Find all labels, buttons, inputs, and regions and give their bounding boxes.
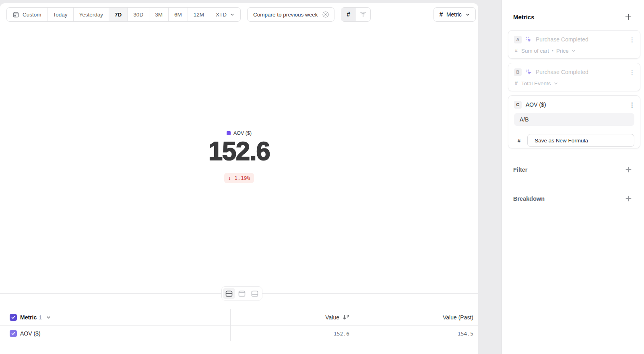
calendar-icon: [12, 11, 19, 18]
card-divider: [514, 131, 634, 131]
kebab-menu-icon[interactable]: ⋮: [629, 69, 635, 75]
metric-badge-c: C: [514, 101, 522, 109]
date-range-xtd-button[interactable]: XTD: [210, 8, 240, 21]
hash-icon: #: [515, 48, 518, 54]
chevron-down-icon: [553, 81, 558, 86]
metric-button-label: Metric: [446, 11, 462, 18]
metric-card-title: Purchase Completed: [536, 36, 588, 43]
delta-badge: ↓ 1.19%: [224, 173, 254, 183]
add-breakdown-icon[interactable]: [625, 195, 632, 202]
value-column-header[interactable]: Value: [253, 309, 349, 325]
metric-column-header[interactable]: Metric 1: [20, 309, 51, 325]
row-checkbox[interactable]: [10, 330, 17, 337]
check-icon: [11, 315, 16, 320]
toolbar: Custom Today Yesterday 7D 30D 3M 6M 12M …: [6, 7, 476, 22]
row-value-past-cell: 154.5: [377, 326, 473, 341]
legend-swatch: [227, 131, 231, 135]
absolute-number-toggle-button[interactable]: #: [341, 8, 356, 21]
add-metric-icon[interactable]: [625, 13, 632, 21]
hash-icon: #: [518, 138, 520, 144]
value-past-column-header[interactable]: Value (Past): [377, 309, 473, 325]
metric-header-index: 1: [39, 314, 42, 321]
metric-card-b[interactable]: B Purchase Completed ⋮ # Total Events: [508, 63, 640, 91]
date-range-3m-button[interactable]: 3M: [149, 8, 169, 21]
metric-badge-a: A: [514, 36, 522, 43]
kebab-menu-icon[interactable]: ⋮: [629, 37, 635, 43]
row-value-cell: 152.6: [253, 326, 349, 341]
hash-icon: #: [515, 80, 518, 86]
date-range-label: Custom: [23, 12, 41, 18]
chevron-down-icon: [46, 315, 51, 320]
remove-compare-icon[interactable]: [322, 11, 329, 18]
select-all-checkbox[interactable]: [10, 314, 17, 321]
date-range-6m-button[interactable]: 6M: [169, 8, 188, 21]
date-range-yesterday-button[interactable]: Yesterday: [74, 8, 109, 21]
big-number-block: AOV ($) 152.6 ↓ 1.19%: [0, 130, 478, 183]
query-builder-sidebar: Metrics A Purchase Completed ⋮ # Sum of …: [502, 0, 644, 354]
event-icon: [526, 69, 532, 75]
kebab-menu-icon[interactable]: ⋮: [629, 102, 635, 108]
table-only-view-button[interactable]: [249, 288, 261, 299]
save-as-new-formula-button[interactable]: Save as New Formula: [527, 134, 634, 147]
compare-chip-label: Compare to previous week: [253, 12, 318, 18]
check-icon: [11, 331, 16, 336]
metric-dropdown-button[interactable]: # Metric: [433, 7, 476, 22]
chevron-down-icon: [571, 48, 576, 53]
table-header-row: Metric 1 Value Value (Past): [0, 309, 478, 326]
metric-badge-b: B: [514, 68, 522, 76]
legend-label: AOV ($): [233, 130, 252, 136]
date-range-12m-button[interactable]: 12M: [188, 8, 210, 21]
date-range-custom-button[interactable]: Custom: [7, 8, 47, 21]
breakdown-title: Breakdown: [513, 196, 545, 202]
date-range-today-button[interactable]: Today: [47, 8, 74, 21]
split-view-icon: [225, 290, 233, 297]
metric-header-label: Metric: [20, 314, 37, 321]
filter-title: Filter: [513, 167, 527, 173]
value-display-toggle: #: [341, 7, 371, 22]
aggregation-selector[interactable]: Sum of cart ‣ Price: [521, 48, 576, 54]
table-only-view-icon: [251, 290, 259, 297]
date-range-30d-button[interactable]: 30D: [128, 8, 149, 21]
metric-card-a[interactable]: A Purchase Completed ⋮ # Sum of cart ‣ P…: [508, 30, 640, 59]
compare-chip[interactable]: Compare to previous week: [247, 7, 334, 22]
hash-icon: #: [347, 11, 350, 18]
filter-section-header: Filter: [513, 166, 632, 173]
date-range-7d-button[interactable]: 7D: [109, 8, 128, 21]
metric-value: 152.6: [0, 138, 478, 164]
add-filter-icon[interactable]: [625, 166, 632, 173]
sort-descending-icon: [342, 314, 349, 321]
layout-toggle-group: [221, 286, 262, 300]
metric-card-title: Purchase Completed: [536, 69, 588, 75]
legend: AOV ($): [0, 130, 478, 136]
uplift-arrow-icon: [359, 11, 367, 18]
hash-icon: #: [439, 11, 442, 18]
chevron-down-icon: [465, 12, 470, 17]
date-range-group: Custom Today Yesterday 7D 30D 3M 6M 12M …: [6, 7, 241, 22]
table-column-divider: [230, 309, 231, 341]
chart-only-view-icon: [238, 290, 246, 297]
table-row[interactable]: AOV ($) 152.6 154.5: [0, 326, 478, 341]
metrics-title: Metrics: [513, 14, 535, 21]
aggregation-selector[interactable]: Total Events: [521, 80, 558, 86]
breadcrumb-separator: ‣: [551, 49, 554, 53]
chart-only-view-button[interactable]: [236, 288, 248, 299]
formula-card-c[interactable]: C AOV ($) ⋮ A/B # Save as New Formula: [508, 95, 640, 148]
metrics-section-header: Metrics: [513, 13, 632, 21]
chevron-down-icon: [230, 12, 235, 17]
split-view-button[interactable]: [223, 288, 235, 299]
breakdown-section-header: Breakdown: [513, 195, 632, 202]
formula-input[interactable]: A/B: [514, 113, 634, 126]
uplift-toggle-button[interactable]: [356, 8, 370, 21]
row-metric-name-cell: AOV ($): [20, 326, 41, 341]
formula-card-title: AOV ($): [526, 101, 546, 108]
event-icon: [526, 37, 532, 43]
report-canvas: Custom Today Yesterday 7D 30D 3M 6M 12M …: [0, 3, 478, 354]
